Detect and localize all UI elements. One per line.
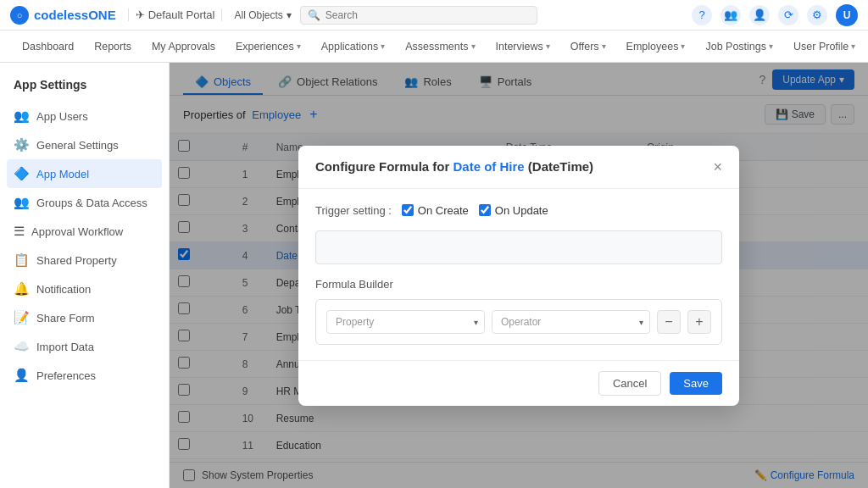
- nav-my-approvals[interactable]: My Approvals: [143, 36, 224, 58]
- model-icon: 🔷: [14, 166, 30, 181]
- bell-icon: 🔔: [14, 281, 30, 297]
- formula-builder-row: Property ▾ Operator ▾ − +: [326, 310, 711, 334]
- navbar: Dashboard Reports My Approvals Experienc…: [0, 30, 868, 63]
- sidebar-item-label: Groups & Data Access: [36, 197, 147, 209]
- sidebar-item-shared-property[interactable]: 📋 Shared Property: [0, 246, 169, 274]
- remove-formula-row-button[interactable]: −: [657, 310, 681, 334]
- chevron-down-icon: ▾: [287, 9, 292, 21]
- sidebar-item-groups-data-access[interactable]: 👥 Groups & Data Access: [0, 188, 169, 217]
- search-bar[interactable]: 🔍: [300, 6, 537, 25]
- chevron-down-icon: ▾: [381, 42, 385, 51]
- chevron-down-icon: ▾: [681, 42, 685, 51]
- sidebar-item-approval-workflow[interactable]: ☰ Approval Workflow: [0, 217, 169, 246]
- sidebar-item-label: App Users: [36, 110, 88, 123]
- operator-select[interactable]: Operator: [492, 310, 650, 334]
- search-icon: 🔍: [308, 9, 320, 21]
- chevron-down-icon: ▾: [851, 42, 855, 51]
- portal-label: Default Portal: [148, 8, 215, 21]
- configure-formula-modal: Configure Formula for Date of Hire (Date…: [298, 146, 739, 406]
- chevron-down-icon: ▾: [297, 42, 301, 51]
- on-create-checkbox[interactable]: [402, 204, 414, 216]
- sidebar-item-label: General Settings: [36, 139, 119, 152]
- logo-text: codelessONE: [34, 8, 116, 22]
- modal-close-button[interactable]: ×: [713, 159, 722, 175]
- users-icon[interactable]: 👥: [721, 5, 741, 25]
- sidebar-item-import-data[interactable]: ☁️ Import Data: [0, 332, 169, 361]
- content-area: 🔷 Objects 🔗 Object Relations 👥 Roles 🖥️ …: [170, 63, 868, 488]
- avatar[interactable]: U: [836, 4, 858, 26]
- settings-icon[interactable]: ⚙: [807, 5, 827, 25]
- trigger-setting-row: Trigger setting : On Create On Update: [315, 204, 722, 217]
- person-icon: 👤: [14, 368, 30, 383]
- sidebar-item-label: Preferences: [36, 369, 96, 382]
- users-icon: 👥: [14, 108, 30, 124]
- property-select-wrapper: Property ▾: [326, 310, 485, 334]
- sidebar-item-label: Import Data: [36, 341, 94, 353]
- form-icon: 📝: [14, 310, 30, 325]
- formula-text-input[interactable]: [315, 230, 722, 264]
- property-select[interactable]: Property: [326, 310, 485, 334]
- history-icon[interactable]: ⟳: [778, 5, 798, 25]
- all-objects-dropdown[interactable]: All Objects ▾: [234, 9, 291, 21]
- sidebar-item-label: App Model: [36, 168, 89, 180]
- chevron-down-icon: ▾: [769, 42, 773, 51]
- operator-select-wrapper: Operator ▾: [492, 310, 650, 334]
- group-icon: 👥: [14, 195, 30, 210]
- sidebar-item-general-settings[interactable]: ⚙️ General Settings: [0, 130, 169, 159]
- nav-offers[interactable]: Offers ▾: [562, 36, 615, 58]
- person-icon[interactable]: 👤: [749, 5, 770, 25]
- sidebar-item-label: Shared Property: [36, 254, 117, 267]
- on-update-checkbox[interactable]: [479, 204, 491, 216]
- cloud-icon: ☁️: [14, 339, 30, 354]
- modal-footer: Cancel Save: [298, 360, 739, 406]
- modal-overlay: Configure Formula for Date of Hire (Date…: [170, 63, 868, 488]
- on-create-label: On Create: [418, 204, 469, 217]
- trigger-on-create[interactable]: On Create: [402, 204, 469, 217]
- nav-job-postings[interactable]: Job Postings ▾: [697, 36, 782, 58]
- sidebar-item-label: Share Form: [36, 312, 95, 324]
- trigger-on-update[interactable]: On Update: [479, 204, 548, 217]
- add-formula-row-button[interactable]: +: [687, 310, 711, 334]
- chevron-down-icon: ▾: [471, 42, 476, 51]
- send-icon: ✈: [136, 8, 145, 21]
- portal-selector[interactable]: ✈ Default Portal: [128, 8, 223, 21]
- help-icon[interactable]: ?: [692, 5, 712, 25]
- modal-title: Configure Formula for Date of Hire (Date…: [315, 159, 593, 174]
- nav-dashboard[interactable]: Dashboard: [14, 36, 82, 58]
- list-icon: ☰: [14, 224, 25, 239]
- nav-user-profile[interactable]: User Profile ▾: [785, 36, 864, 58]
- sidebar-item-label: Approval Workflow: [31, 225, 123, 238]
- clipboard-icon: 📋: [14, 252, 30, 268]
- search-input[interactable]: [326, 9, 530, 21]
- nav-assessments[interactable]: Assessments ▾: [397, 36, 483, 58]
- modal-body: Trigger setting : On Create On Update Fo…: [298, 189, 739, 360]
- gear-icon: ⚙️: [14, 137, 30, 152]
- all-objects-label: All Objects: [234, 9, 282, 21]
- sidebar-item-app-model[interactable]: 🔷 App Model: [7, 159, 162, 188]
- sidebar-title: App Settings: [0, 73, 169, 102]
- nav-experiences[interactable]: Experiences ▾: [227, 36, 309, 58]
- nav-applications[interactable]: Applications ▾: [313, 36, 393, 58]
- chevron-down-icon: ▾: [602, 42, 606, 51]
- on-update-label: On Update: [495, 204, 548, 217]
- sidebar-item-share-form[interactable]: 📝 Share Form: [0, 303, 169, 332]
- main-layout: App Settings 👥 App Users ⚙️ General Sett…: [0, 63, 868, 488]
- modal-save-button[interactable]: Save: [670, 372, 722, 395]
- sidebar-item-app-users[interactable]: 👥 App Users: [0, 102, 169, 130]
- topbar: ○ codelessONE ✈ Default Portal All Objec…: [0, 0, 868, 30]
- cancel-button[interactable]: Cancel: [598, 371, 661, 396]
- logo-icon: ○: [10, 6, 29, 25]
- sidebar-item-preferences[interactable]: 👤 Preferences: [0, 361, 169, 390]
- sidebar: App Settings 👥 App Users ⚙️ General Sett…: [0, 63, 170, 488]
- nav-employees[interactable]: Employees ▾: [618, 36, 694, 58]
- modal-header: Configure Formula for Date of Hire (Date…: [298, 146, 739, 189]
- formula-builder: Property ▾ Operator ▾ − +: [315, 299, 722, 345]
- nav-interviews[interactable]: Interviews ▾: [487, 36, 559, 58]
- sidebar-item-label: Notification: [36, 283, 91, 296]
- nav-reports[interactable]: Reports: [86, 36, 140, 58]
- sidebar-item-notification[interactable]: 🔔 Notification: [0, 274, 169, 303]
- topbar-actions: ? 👥 👤 ⟳ ⚙ U: [692, 4, 858, 26]
- chevron-down-icon: ▾: [546, 42, 550, 51]
- formula-builder-label: Formula Builder: [315, 278, 722, 291]
- trigger-label: Trigger setting :: [315, 204, 392, 217]
